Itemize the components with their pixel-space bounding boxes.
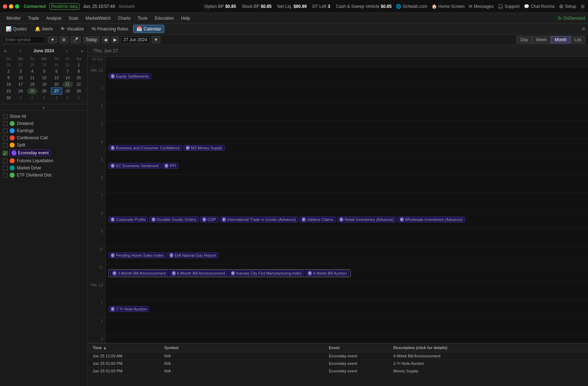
filter-item-earnings[interactable]: Earnings <box>3 127 84 134</box>
cal-date-cell[interactable]: 4 <box>51 95 62 101</box>
cal-date-cell[interactable]: 1 <box>73 62 84 68</box>
event-tag[interactable]: E4-Week Bill Auction <box>306 270 349 276</box>
filter-item-econoday-event[interactable]: ✓ Econoday event <box>3 149 84 157</box>
cal-date-cell[interactable]: 6 <box>51 68 62 74</box>
event-tag[interactable]: EEIA Natural Gas Report <box>167 252 218 258</box>
menu-charts[interactable]: Charts <box>114 14 134 23</box>
cal-date-cell[interactable]: 27 <box>51 88 62 95</box>
close-window-btn[interactable] <box>3 4 7 9</box>
table-row[interactable]: Jun 25 11:00 AM N/A Econoday event 4-Wee… <box>88 352 588 360</box>
cal-date-cell[interactable]: 11 <box>27 74 38 81</box>
cal-date-cell[interactable]: 18 <box>27 81 38 88</box>
cal-date-cell[interactable]: 26 <box>3 62 14 68</box>
home-screen-btn[interactable]: 🏠 Home Screen <box>432 4 465 9</box>
cal-date-cell[interactable]: 27 <box>14 62 27 68</box>
cal-date-cell[interactable]: 4 <box>27 68 38 74</box>
view-day-btn[interactable]: Day <box>516 36 532 44</box>
next-month-btn[interactable]: › <box>65 48 69 54</box>
event-tag[interactable]: EJobless Claims <box>300 217 336 222</box>
cal-date-cell[interactable]: 16 <box>3 81 14 88</box>
cal-date-cell[interactable]: 28 <box>62 88 73 95</box>
prev-month-btn[interactable]: « <box>3 48 8 54</box>
filter-checkbox[interactable] <box>3 136 8 140</box>
ondemand-btn[interactable]: ↻ OnDemand <box>558 15 585 21</box>
quotes-btn[interactable]: 📊 Quotes <box>3 25 30 33</box>
cal-date-cell[interactable]: 2 <box>3 68 14 74</box>
prev-day-btn[interactable]: ◀ <box>102 36 109 43</box>
cal-date-cell[interactable]: 17 <box>14 81 27 88</box>
event-tag[interactable]: EPending Home Sales Index <box>108 252 166 258</box>
cal-date-cell[interactable]: 6 <box>73 95 84 101</box>
menu-scan[interactable]: Scan <box>65 14 82 23</box>
event-tag[interactable]: EDurable Goods Orders <box>149 217 199 222</box>
date-dropdown-btn[interactable]: ▼ <box>152 36 160 43</box>
view-week-btn[interactable]: Week <box>532 36 550 44</box>
event-tag[interactable]: EKansas City Fed Manufacturing Index <box>229 270 304 276</box>
th-event[interactable]: Event <box>327 345 391 351</box>
cal-date-cell[interactable]: 25 <box>27 88 38 95</box>
event-tag[interactable]: EEC Economic Sentiment <box>108 163 161 169</box>
filter-checkbox[interactable] <box>3 121 8 126</box>
event-tag[interactable]: EInternational Trade in Goods (Advance) <box>220 217 298 222</box>
th-symbol[interactable]: Symbol <box>162 345 327 351</box>
event-tag[interactable]: EM3 Money Supply <box>184 145 225 151</box>
filter-checkbox[interactable] <box>3 166 8 170</box>
cal-date-cell[interactable]: 30 <box>3 95 14 101</box>
cal-date-cell[interactable]: 13 <box>51 74 62 81</box>
settings-icon[interactable]: ⚙ <box>580 4 585 9</box>
filter-item-futures-liquidation[interactable]: Futures Liquidation <box>3 157 84 164</box>
menu-monitor[interactable]: Monitor <box>3 14 24 23</box>
filter-checkbox[interactable] <box>3 129 8 133</box>
cal-date-cell[interactable]: 9 <box>3 74 14 81</box>
financing-rates-btn[interactable]: % Financing Rates <box>89 25 131 33</box>
collapse-arrow[interactable]: ▲ <box>0 104 87 111</box>
cal-date-cell[interactable]: 7 <box>62 68 73 74</box>
event-tag[interactable]: ECorporate Profits <box>108 217 148 222</box>
microphone-btn[interactable]: 🎤 <box>71 36 81 43</box>
cal-date-cell[interactable]: 23 <box>3 88 14 95</box>
filter-checkbox[interactable] <box>3 114 8 119</box>
cal-date-cell[interactable]: 20 <box>51 81 62 88</box>
visualize-btn[interactable]: 👁 Visualize <box>58 25 87 33</box>
event-tag[interactable]: EEquity Settlements <box>108 73 151 79</box>
event-tag[interactable]: EBusiness and Consumer Confidence <box>108 145 182 151</box>
filter-item-conference-call[interactable]: Conference Call <box>3 134 84 141</box>
cal-date-cell[interactable]: 14 <box>62 74 73 81</box>
filter-item-show-all[interactable]: Show All <box>3 113 84 120</box>
settings-symbol-btn[interactable]: ⚙ <box>59 36 68 43</box>
events-column[interactable]: EEquity SettlementsEBusiness and Consume… <box>106 57 588 343</box>
filter-item-market-drive[interactable]: Market Drive <box>3 164 84 172</box>
cal-date-cell[interactable]: 1 <box>14 95 27 101</box>
cal-date-cell[interactable]: 26 <box>38 88 51 95</box>
column-settings-icon[interactable]: ≡ <box>582 26 585 32</box>
menu-analyze[interactable]: Analyze <box>43 14 65 23</box>
menu-help[interactable]: Help <box>178 14 194 23</box>
table-row[interactable]: Jun 25 01:00 PM N/A Econoday event 2-Yr … <box>88 360 588 367</box>
cal-date-cell[interactable]: 3 <box>38 95 51 101</box>
filter-checkbox[interactable] <box>3 143 8 148</box>
view-month-btn[interactable]: Month <box>551 36 570 44</box>
minimize-window-btn[interactable] <box>9 4 13 9</box>
menu-education[interactable]: Education <box>151 14 178 23</box>
th-desc[interactable]: Description (click for details) <box>391 345 585 351</box>
menu-tools[interactable]: Tools <box>134 14 151 23</box>
event-tag[interactable]: EWholesale Inventories (Advance) <box>398 217 465 222</box>
setup-btn[interactable]: ⚙ Setup <box>559 4 576 9</box>
filter-checkbox[interactable] <box>3 173 8 178</box>
event-tag[interactable]: E6-Month Bill Announcement <box>170 270 228 276</box>
cal-date-cell[interactable]: 8 <box>73 68 84 74</box>
calendar-btn[interactable]: 📅 Calendar <box>133 25 164 33</box>
cal-date-cell[interactable]: 30 <box>51 62 62 68</box>
menu-marketwatch[interactable]: MarketWatch <box>82 14 114 23</box>
cal-date-cell[interactable]: 22 <box>73 81 84 88</box>
event-tag[interactable]: E7-Yr Note Auction <box>108 306 149 312</box>
cal-date-cell[interactable]: 28 <box>27 62 38 68</box>
schwab-btn[interactable]: 🌐 Schwab.com <box>396 4 427 9</box>
cal-date-cell[interactable]: 19 <box>38 81 51 88</box>
symbol-input[interactable] <box>3 36 46 43</box>
cal-date-cell[interactable]: 24 <box>14 88 27 95</box>
symbol-dropdown-btn[interactable]: ▼ <box>48 36 57 43</box>
event-group-box[interactable]: E3-Month Bill AnnouncementE6-Month Bill … <box>108 269 351 277</box>
chat-rooms-btn[interactable]: 💬 Chat Rooms <box>524 4 555 9</box>
cal-date-cell[interactable]: 12 <box>38 74 51 81</box>
